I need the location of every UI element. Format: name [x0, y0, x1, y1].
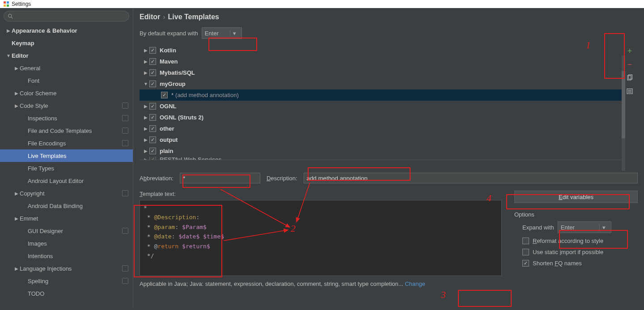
checkbox-icon: [522, 249, 529, 255]
sidebar-item[interactable]: File Types: [0, 162, 133, 174]
tree-arrow-icon: ▶: [142, 137, 149, 142]
project-scope-icon: [122, 228, 128, 234]
template-group[interactable]: ▶✓OGNL: [140, 101, 622, 112]
group-label: Maven: [160, 58, 178, 65]
template-group[interactable]: ▶✓OGNL (Struts 2): [140, 112, 622, 123]
checkbox-icon[interactable]: ✓: [149, 58, 156, 65]
code-line: * @return $return$: [144, 242, 498, 251]
groups-scrollbar[interactable]: [622, 55, 625, 171]
static-import-label: Use static import if possible: [533, 249, 603, 255]
sidebar-item[interactable]: GUI Designer: [0, 225, 133, 237]
checkbox-icon[interactable]: ✓: [149, 125, 156, 132]
tree-arrow-icon: ▶: [13, 216, 20, 221]
svg-rect-2: [4, 4, 6, 7]
expand-with-select[interactable]: Enter ▾: [558, 221, 611, 233]
sidebar-item[interactable]: TODO: [0, 287, 133, 300]
template-group[interactable]: ▶✓Kotlin: [140, 45, 622, 56]
sidebar-item[interactable]: Android Layout Editor: [0, 174, 133, 187]
tree-arrow-icon: ▶: [142, 59, 149, 64]
template-left: Template text: * * @Description: * @para…: [140, 191, 507, 287]
template-text-editor[interactable]: * * @Description: * @param: $Param$ * @d…: [140, 200, 502, 276]
template-groups-list[interactable]: ▶✓Kotlin▶✓Maven▶✓Mybatis/SQL▼✓myGroup✓* …: [140, 45, 622, 160]
checkbox-icon[interactable]: ✓: [149, 69, 156, 76]
add-template-button[interactable]: +: [625, 47, 634, 55]
sidebar-item[interactable]: File Encodings: [0, 137, 133, 149]
checkbox-icon[interactable]: ✓: [149, 81, 156, 87]
checkbox-icon[interactable]: ✓: [149, 103, 156, 110]
default-expand-row: By default expand with Enter ▾: [140, 26, 638, 40]
project-scope-icon: [122, 102, 128, 109]
sidebar-item[interactable]: ▶Appearance & Behavior: [0, 24, 133, 37]
checkbox-icon[interactable]: ✓: [149, 114, 156, 121]
checkbox-icon[interactable]: ✓: [161, 92, 168, 98]
tree-arrow-icon: ▶: [13, 66, 20, 71]
sidebar-item[interactable]: ▶Code Style: [0, 99, 133, 112]
settings-sidebar: ▶Appearance & BehaviorKeymap▼Editor▶Gene…: [0, 8, 133, 308]
static-import-option[interactable]: Use static import if possible: [514, 249, 638, 255]
template-right: Edit variables Options Expand with Enter…: [514, 191, 638, 287]
sidebar-item[interactable]: ▶Color Scheme: [0, 87, 133, 99]
template-group[interactable]: ▶✓plain: [140, 145, 622, 157]
copy-template-button[interactable]: [625, 73, 634, 82]
remove-template-button[interactable]: −: [625, 60, 634, 69]
sidebar-item-label: Emmet: [20, 215, 128, 222]
template-group[interactable]: ▶✓other: [140, 123, 622, 134]
titlebar: Settings: [0, 0, 644, 8]
sidebar-item[interactable]: Inspections: [0, 112, 133, 124]
sidebar-item[interactable]: Font: [0, 74, 133, 87]
description-input[interactable]: [304, 173, 638, 183]
group-label: other: [160, 125, 174, 132]
checkbox-icon[interactable]: ✓: [149, 148, 156, 154]
sidebar-item-label: Inspections: [28, 115, 122, 122]
checkbox-icon[interactable]: ✓: [149, 136, 156, 143]
sidebar-item[interactable]: ▶Copyright: [0, 187, 133, 200]
template-group[interactable]: ▶✓Maven: [140, 56, 622, 67]
main-panel: Editor › Live Templates By default expan…: [133, 8, 644, 308]
tree-arrow-icon: ▶: [5, 28, 12, 33]
sidebar-item-label: Intentions: [28, 253, 128, 259]
scrollbar-thumb[interactable]: [622, 71, 625, 138]
checkbox-icon[interactable]: ✓: [149, 47, 156, 54]
sidebar-item[interactable]: Images: [0, 237, 133, 250]
checkbox-icon[interactable]: ✓: [149, 157, 156, 160]
settings-button[interactable]: [625, 87, 634, 96]
sidebar-item[interactable]: ▶General: [0, 62, 133, 74]
chevron-down-icon: ▾: [599, 224, 608, 231]
description-label: Description:: [267, 175, 297, 182]
sidebar-item[interactable]: Spelling: [0, 275, 133, 287]
sidebar-item[interactable]: ▶Emmet: [0, 212, 133, 225]
sidebar-item[interactable]: Android Data Binding: [0, 200, 133, 212]
shorten-fq-option[interactable]: ✓ Shorten FQ names: [514, 260, 638, 267]
group-label: plain: [160, 148, 173, 154]
search-input[interactable]: [4, 11, 129, 21]
template-group[interactable]: ▶✓RESTful Web Services: [140, 157, 622, 160]
group-label: Mybatis/SQL: [160, 69, 195, 76]
sidebar-item-label: Color Scheme: [20, 90, 128, 97]
reformat-option[interactable]: Reformat according to style: [514, 238, 638, 244]
group-extra: (add method annotation): [175, 92, 239, 98]
group-label: OGNL: [160, 103, 177, 110]
app-icon: [4, 1, 9, 7]
tree-arrow-icon: ▼: [5, 53, 12, 58]
template-group[interactable]: ▼✓myGroup: [140, 78, 622, 89]
abbreviation-input[interactable]: [180, 173, 260, 183]
template-group[interactable]: ▶✓output: [140, 134, 622, 145]
sidebar-item[interactable]: File and Code Templates: [0, 124, 133, 137]
sidebar-item[interactable]: Live Templates: [0, 149, 133, 162]
sidebar-item[interactable]: Intentions: [0, 250, 133, 262]
template-item[interactable]: ✓* (add method annotation): [140, 89, 622, 101]
sidebar-item[interactable]: ▶Language Injections: [0, 262, 133, 275]
expand-with-value: Enter: [561, 224, 597, 231]
breadcrumb-section: Editor: [140, 13, 160, 21]
default-expand-select[interactable]: Enter ▾: [202, 27, 242, 39]
chevron-down-icon: ▾: [230, 30, 239, 37]
edit-variables-button[interactable]: Edit variables: [514, 191, 638, 203]
template-group[interactable]: ▶✓Mybatis/SQL: [140, 67, 622, 78]
sidebar-item[interactable]: Keymap: [0, 37, 133, 49]
group-label: Kotlin: [160, 47, 176, 54]
settings-tree[interactable]: ▶Appearance & BehaviorKeymap▼Editor▶Gene…: [0, 24, 133, 308]
sidebar-item[interactable]: ▼Editor: [0, 49, 133, 62]
code-line: *: [144, 203, 498, 212]
abbr-desc-row: Abbreviation: Description:: [140, 173, 638, 183]
change-context-link[interactable]: Change: [405, 280, 425, 287]
